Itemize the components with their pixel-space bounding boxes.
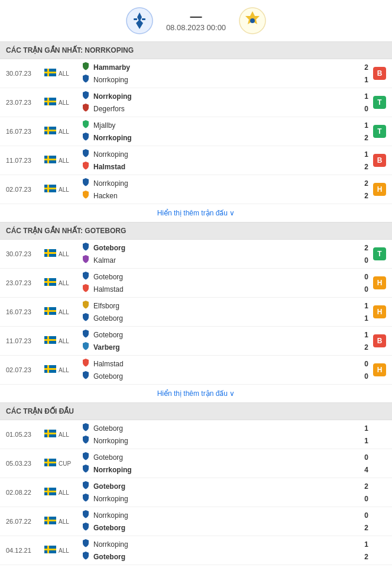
team-score: 1 — [357, 314, 368, 323]
team-row: Goteborg 2 — [81, 522, 368, 533]
team-icon — [81, 103, 90, 114]
team-name: Norrkoping — [93, 466, 354, 474]
flag-icon — [44, 69, 56, 78]
team-icon — [81, 242, 90, 253]
match-row: 11.07.23 ALL Goteborg 1 Varberg 2 B — [0, 327, 392, 356]
team-icon — [81, 283, 90, 295]
team-icon — [81, 161, 90, 172]
svg-rect-31 — [44, 339, 56, 341]
match-row: 11.07.23 ALL Norrkoping 1 Halmstad 2 B — [0, 146, 392, 175]
league-label: ALL — [59, 309, 77, 315]
league-label: ALL — [59, 431, 77, 438]
match-date: 26.07.22 — [6, 518, 44, 525]
league-label: ALL — [59, 186, 77, 193]
home-team-logo — [125, 6, 154, 36]
match-date: 02.07.23 — [6, 186, 44, 193]
team-name: Norrkoping — [93, 134, 354, 142]
team-row: Goteborg 0 — [81, 370, 368, 382]
match-teams: Goteborg 1 Norrkoping 1 — [81, 423, 368, 446]
team-name: Halmstad — [93, 285, 354, 294]
team-name: Goteborg — [93, 331, 354, 339]
team-icon — [81, 464, 90, 475]
league-label: ALL — [59, 99, 77, 106]
flag-icon — [44, 336, 56, 346]
match-row: 04.12.21 ALL Norrkoping 1 Goteborg 2 — [0, 536, 392, 565]
team-row: Goteborg 0 — [81, 271, 368, 282]
team-icon — [81, 341, 90, 353]
svg-rect-2 — [142, 18, 145, 20]
team-icon — [81, 62, 90, 73]
team-score: 2 — [357, 244, 368, 252]
flag-icon — [44, 517, 56, 526]
flag-icon — [44, 127, 56, 136]
match-teams: Hammarby 2 Norrkoping 1 — [81, 62, 368, 85]
result-badge: B — [373, 67, 386, 80]
team-icon — [81, 132, 90, 143]
team-name: Kalmar — [93, 256, 354, 265]
match-row: 30.07.23 ALL Goteborg 2 Kalmar 0 T — [0, 240, 392, 269]
team-row: Norrkoping 2 — [81, 132, 368, 143]
goteborg-show-more[interactable]: Hiển thị thêm trận đấu ∨ — [0, 385, 392, 402]
team-score: 0 — [357, 360, 368, 368]
result-badge: T — [373, 247, 386, 260]
league-label: CUP — [59, 460, 77, 467]
match-row: 16.07.23 ALL Elfsborg 1 Goteborg 1 H — [0, 298, 392, 327]
team-row: Goteborg 0 — [81, 452, 368, 463]
match-header: — 08.08.2023 00:00 — [0, 0, 392, 41]
match-date: 05.03.23 — [6, 460, 44, 467]
flag-icon — [44, 365, 56, 375]
team-name: Mjallby — [93, 121, 354, 130]
team-row: Goteborg 1 — [81, 312, 368, 324]
team-score: 1 — [357, 437, 368, 445]
team-row: Norrkoping 0 — [81, 493, 368, 504]
team-name: Varberg — [93, 343, 354, 352]
team-icon — [81, 91, 90, 102]
match-row: 02.07.23 ALL Halmstad 0 Goteborg 0 H — [0, 356, 392, 385]
flag-icon — [44, 546, 56, 555]
match-row: 30.07.23 ALL Hammarby 2 Norrkoping 1 B — [0, 59, 392, 88]
league-label: ALL — [59, 70, 77, 77]
team-name: Goteborg — [93, 424, 354, 433]
norrkoping-matches: 30.07.23 ALL Hammarby 2 Norrkoping 1 B23… — [0, 59, 392, 204]
team-row: Halmstad 0 — [81, 283, 368, 295]
team-score: 2 — [357, 482, 368, 491]
team-score: 2 — [357, 134, 368, 142]
team-name: Goteborg — [93, 372, 354, 381]
team-name: Norrkoping — [93, 437, 354, 445]
team-name: Hammarby — [93, 63, 354, 72]
svg-rect-28 — [44, 310, 56, 312]
league-label: ALL — [59, 280, 77, 286]
team-row: Norrkoping 1 — [81, 435, 368, 446]
result-badge: T — [373, 125, 386, 138]
away-team-logo — [238, 6, 267, 36]
team-name: Norrkoping — [93, 540, 354, 549]
team-row: Halmstad 2 — [81, 161, 368, 172]
team-name: Goteborg — [93, 314, 354, 323]
team-icon — [81, 271, 90, 282]
flag-icon — [44, 185, 56, 194]
norrkoping-section-header: CÁC TRẬN GẦN NHẤT: NORRKOPING — [0, 41, 392, 59]
match-row: 05.03.23 CUP Goteborg 0 Norrkoping 4 — [0, 449, 392, 478]
league-label: ALL — [59, 367, 77, 373]
match-info: — 08.08.2023 00:00 — [166, 9, 226, 32]
svg-rect-19 — [44, 188, 56, 189]
team-row: Halmstad 0 — [81, 358, 368, 369]
team-score: 1 — [357, 302, 368, 310]
team-name: Goteborg — [93, 453, 354, 462]
norrkoping-show-more[interactable]: Hiển thị thêm trận đấu ∨ — [0, 204, 392, 222]
team-score: 4 — [357, 466, 368, 474]
team-icon — [81, 481, 90, 492]
match-row: 16.07.23 ALL Mjallby 1 Norrkoping 2 T — [0, 117, 392, 146]
svg-rect-49 — [44, 549, 56, 550]
league-label: ALL — [59, 489, 77, 496]
team-score: 1 — [357, 92, 368, 101]
match-date: 30.07.23 — [6, 70, 44, 77]
team-score: 1 — [357, 150, 368, 159]
team-score: 1 — [357, 331, 368, 339]
match-date: 04.12.21 — [6, 547, 44, 554]
svg-rect-46 — [44, 520, 56, 521]
match-teams: Norrkoping 0 Goteborg 2 — [81, 510, 368, 533]
match-date: 30.07.23 — [6, 250, 44, 257]
match-date: 02.07.23 — [6, 366, 44, 373]
match-date: 01.05.23 — [6, 431, 44, 438]
